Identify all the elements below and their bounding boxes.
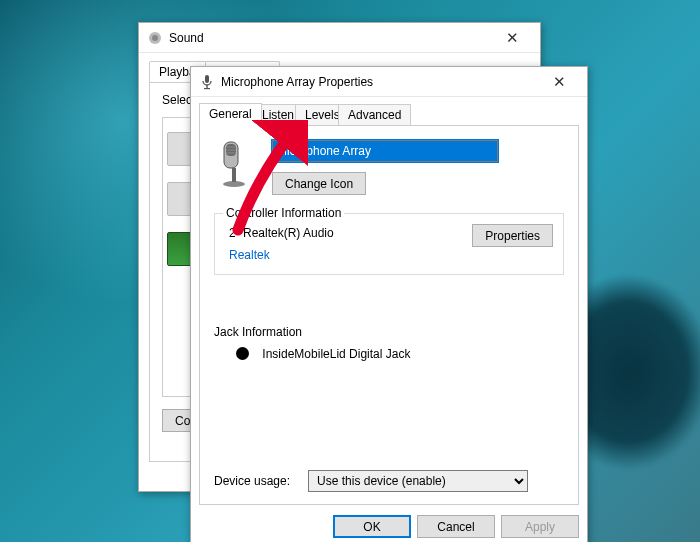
device-usage-select[interactable]: Use this device (enable): [308, 470, 528, 492]
tab-general[interactable]: General: [199, 103, 262, 126]
controller-name: 2- Realtek(R) Audio: [229, 226, 334, 240]
svg-rect-4: [204, 88, 210, 89]
device-large-icon: [214, 140, 254, 191]
svg-rect-2: [205, 75, 209, 83]
properties-title: Microphone Array Properties: [221, 75, 539, 89]
properties-close-button[interactable]: ✕: [539, 68, 579, 96]
controller-vendor-link[interactable]: Realtek: [229, 248, 334, 262]
properties-window: Microphone Array Properties ✕ General Li…: [190, 66, 588, 542]
device-usage-label: Device usage:: [214, 474, 290, 488]
controller-legend: Controller Information: [223, 206, 344, 220]
sound-close-button[interactable]: ✕: [492, 24, 532, 52]
dialog-footer: OK Cancel Apply: [199, 505, 579, 538]
controller-properties-button[interactable]: Properties: [472, 224, 553, 247]
ok-button[interactable]: OK: [333, 515, 411, 538]
speaker-icon: [147, 30, 163, 46]
tab-advanced[interactable]: Advanced: [338, 104, 411, 125]
jack-indicator-icon: [236, 347, 249, 360]
svg-rect-3: [206, 85, 207, 88]
device-name-input[interactable]: [272, 140, 498, 162]
properties-titlebar[interactable]: Microphone Array Properties ✕: [191, 67, 587, 97]
controller-groupbox: Controller Information 2- Realtek(R) Aud…: [214, 213, 564, 275]
jack-text: InsideMobileLid Digital Jack: [262, 347, 410, 361]
jack-legend: Jack Information: [214, 325, 564, 339]
svg-point-1: [152, 35, 158, 41]
jack-group: Jack Information InsideMobileLid Digital…: [214, 325, 564, 361]
general-panel: Change Icon Controller Information 2- Re…: [199, 125, 579, 505]
cancel-button[interactable]: Cancel: [417, 515, 495, 538]
svg-rect-6: [232, 168, 236, 182]
sound-titlebar[interactable]: Sound ✕: [139, 23, 540, 53]
apply-button[interactable]: Apply: [501, 515, 579, 538]
sound-title: Sound: [169, 31, 492, 45]
change-icon-button[interactable]: Change Icon: [272, 172, 366, 195]
microphone-icon: [199, 74, 215, 90]
properties-tabs: General Listen Levels Advanced: [199, 103, 579, 125]
